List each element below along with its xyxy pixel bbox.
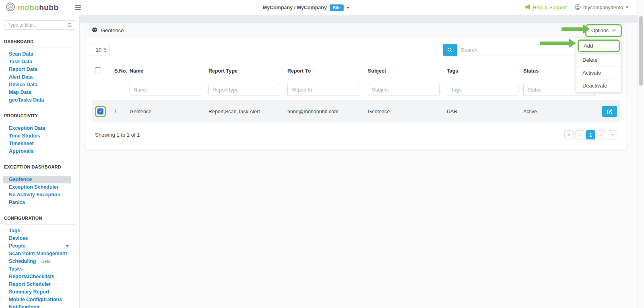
sidebar-item-timesheet[interactable]: Timesheet <box>3 140 71 148</box>
company-context-selector[interactable]: MyCompany / MyCompany Site <box>263 0 350 15</box>
logo-circle-icon: m <box>6 2 15 13</box>
sidebar-item-device-data[interactable]: Device Data <box>3 81 71 89</box>
company-breadcrumb: MyCompany / MyCompany <box>263 5 327 10</box>
sidebar-item-geofence[interactable]: Geofence <box>3 176 71 183</box>
cell-report-to: none@mobohubb.com <box>284 100 365 123</box>
sidebar-item-scan-data[interactable]: Scan Data <box>3 50 71 58</box>
options-highlight-box: Options <box>585 24 622 37</box>
select-all-checkbox[interactable] <box>95 67 101 73</box>
search-button[interactable] <box>443 44 457 56</box>
username-label: mycompanydemo <box>583 5 623 10</box>
sidebar-item-tasks[interactable]: Tasks <box>3 265 71 273</box>
column-header-tags: Tags <box>444 62 520 80</box>
annotation-arrow-options <box>561 25 590 33</box>
sidebar-item-reports-checklists[interactable]: Reports/Checklists <box>3 273 71 281</box>
chevron-down-icon <box>347 7 350 9</box>
column-header-sno: S.No. <box>111 62 126 80</box>
filter-report-type-input[interactable] <box>208 84 280 96</box>
top-navbar: m mobohubb MyCompany / MyCompany Site He… <box>0 0 644 15</box>
sidebar-item-tags[interactable]: Tags <box>3 227 71 235</box>
results-summary: Showing 1 to 1 of 1 <box>95 132 140 138</box>
column-header-status: Status <box>520 62 580 80</box>
user-account-menu[interactable]: mycompanydemo <box>575 4 629 11</box>
logo-text: mobohubb <box>18 3 58 12</box>
section-title-exception-dashboard: EXCEPTION DASHBOARD <box>4 164 75 169</box>
sidebar-item-approvals[interactable]: Approvals <box>3 148 71 155</box>
divider <box>4 48 75 48</box>
sidebar-item-report-data[interactable]: Report Data <box>3 66 71 73</box>
sidebar-item-alert-data[interactable]: Alert Data <box>3 73 71 81</box>
chevron-down-icon <box>625 6 629 8</box>
sidebar-item-scheduling[interactable]: Scheduling Beta <box>3 258 71 265</box>
section-title-productivity: PRODUCTIVITY <box>4 113 75 118</box>
pagination-first-button[interactable]: « <box>564 130 574 139</box>
menu-item-activate[interactable]: Activate <box>576 66 621 79</box>
page-size-value: 10 <box>96 47 101 53</box>
menu-item-add[interactable]: Add <box>579 41 619 51</box>
section-title-configuration: CONFIGURATION <box>4 216 75 221</box>
geofence-table: S.No. Name Report Type Report To Subject… <box>92 62 620 123</box>
divider <box>4 122 75 122</box>
pagination-page-1-button[interactable]: 1 <box>586 130 595 139</box>
row-checkbox-checked[interactable]: ✓ <box>97 108 103 114</box>
panel-header: Geofence Options <box>86 23 626 38</box>
filter-tags-input[interactable] <box>447 84 518 96</box>
column-header-report-type: Report Type <box>205 62 284 80</box>
filter-subject-input[interactable] <box>368 84 440 96</box>
sidebar-item-geotasks-data[interactable]: geoTasks Data <box>3 96 71 104</box>
page-title: Geofence <box>101 27 124 33</box>
sidebar-item-label: People <box>9 243 25 249</box>
sidebar-item-exception-scheduler[interactable]: Exception Scheduler <box>3 183 71 191</box>
main-content: Geofence Options Add Delete Activ <box>80 15 638 308</box>
table-header-row: S.No. Name Report Type Report To Subject… <box>92 62 620 80</box>
scrollbar-thumb[interactable] <box>639 16 643 85</box>
sidebar-item-report-scheduler[interactable]: Report Scheduler <box>3 281 71 288</box>
user-icon <box>575 4 581 11</box>
pagination-prev-button[interactable]: ‹ <box>575 130 584 139</box>
help-support-label: Help & Support <box>533 5 567 10</box>
beta-badge: Beta <box>41 259 51 264</box>
options-button[interactable]: Options <box>587 26 620 35</box>
annotation-arrow-add <box>540 39 576 48</box>
sidebar-filter-input[interactable] <box>4 20 75 30</box>
edit-row-button[interactable] <box>602 106 617 117</box>
sidebar-item-label: Scheduling <box>9 258 36 264</box>
checkbox-highlight-box: ✓ <box>95 106 106 117</box>
sidebar-item-summary-report[interactable]: Summary Report <box>3 288 71 296</box>
sidebar-item-mobile-configurations[interactable]: Mobile Configurations <box>3 296 71 304</box>
pagination-last-button[interactable]: » <box>608 130 617 139</box>
megaphone-icon <box>524 4 530 11</box>
sidebar-item-scan-point-management[interactable]: Scan Point Management <box>3 250 71 258</box>
search-icon <box>447 47 453 53</box>
sidebar-item-map-data[interactable]: Map Data <box>3 89 71 96</box>
menu-item-deactivate[interactable]: Deactivate <box>576 79 621 92</box>
svg-text:m: m <box>9 5 12 8</box>
divider <box>4 224 75 225</box>
search-icon <box>67 22 72 29</box>
cell-sno: 1 <box>111 100 126 123</box>
sidebar-item-devices[interactable]: Devices <box>3 235 71 242</box>
globe-icon <box>92 27 97 34</box>
help-support-link[interactable]: Help & Support <box>524 4 567 11</box>
chevron-down-icon <box>611 29 616 32</box>
sidebar-item-exception-data[interactable]: Exception Data <box>3 125 71 132</box>
page-size-selector[interactable]: 10 <box>92 44 109 56</box>
cell-subject: Geofence <box>365 100 444 123</box>
sidebar-item-no-activity-exception[interactable]: No Activity Exception <box>3 191 71 199</box>
filter-report-to-input[interactable] <box>287 84 359 96</box>
pagination-next-button[interactable]: › <box>597 130 606 139</box>
sidebar-item-notifications[interactable]: Notifications <box>3 304 71 308</box>
menu-item-delete[interactable]: Delete <box>576 53 621 66</box>
sidebar-item-task-data[interactable]: Task Data <box>3 58 71 66</box>
section-title-dashboard: DASHBOARD <box>4 39 75 44</box>
column-header-name: Name <box>126 62 205 80</box>
sidebar-toggle-hamburger-icon[interactable] <box>75 5 81 11</box>
sidebar-item-panics[interactable]: Panics <box>3 199 71 206</box>
edit-pencil-icon <box>607 109 613 114</box>
cell-name: Geofence <box>126 100 205 123</box>
filter-name-input[interactable] <box>130 84 201 96</box>
page-scrollbar[interactable] <box>638 0 644 308</box>
sidebar-item-time-studies[interactable]: Time Studies <box>3 132 71 140</box>
spinner-arrows-icon[interactable] <box>103 48 107 53</box>
sidebar-item-people[interactable]: People <box>3 242 71 250</box>
